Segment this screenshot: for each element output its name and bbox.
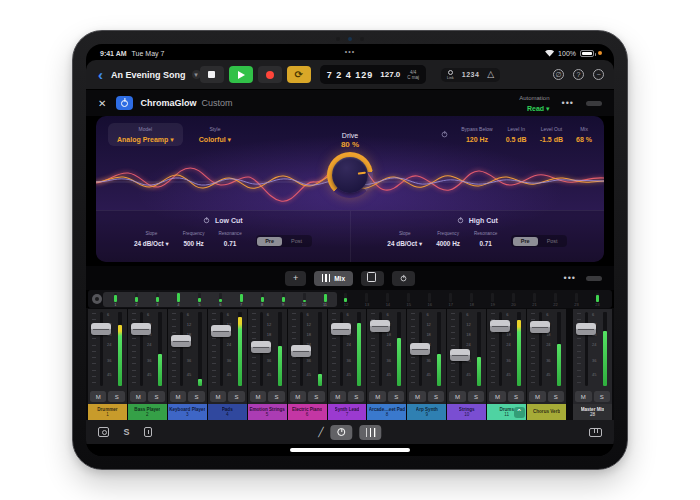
bypass-power-icon[interactable] [442,132,448,138]
help-circle-icon[interactable]: ? [573,69,584,80]
browser-icon[interactable] [98,427,109,437]
fader-handle[interactable] [331,323,351,335]
solo-button[interactable]: S [428,391,444,402]
fader-handle[interactable] [251,341,271,353]
mute-button[interactable]: M [575,391,591,402]
mute-button[interactable]: M [130,391,146,402]
fader-handle[interactable] [91,323,111,335]
overview-track-7[interactable]: 7 [231,293,252,308]
overview-track-1[interactable]: 1 [105,293,126,308]
overview-track-15[interactable]: 15 [398,293,419,308]
metronome-icon[interactable]: △ [487,70,494,79]
overview-track-12[interactable]: 12 [335,293,356,308]
high-cut-post-button[interactable]: Post [539,237,566,246]
mix-view-button[interactable]: Mix [314,271,353,286]
solo-button[interactable]: S [188,391,204,402]
solo-button[interactable]: S [228,391,244,402]
mute-button[interactable]: M [330,391,346,402]
track-name-bar[interactable]: Chorus Verb [527,404,566,420]
overview-track-8[interactable]: 8 [252,293,273,308]
solo-button[interactable]: S [548,391,564,402]
track-name-bar[interactable]: Drums 11 ⌃ [487,404,526,420]
mute-button[interactable]: M [250,391,266,402]
high-cut-resonance[interactable]: Resonance0.71 [474,230,497,247]
overview-track-9[interactable]: 9 [273,293,294,308]
overview-track-4[interactable]: 4 [168,293,189,308]
cycle-button[interactable]: ⟳ [287,66,311,83]
overview-track-5[interactable]: 5 [189,293,210,308]
track-name-bar[interactable]: Synth Lead 7 [328,404,367,420]
solo-button[interactable]: S [594,391,610,402]
low-cut-frequency[interactable]: Frequency500 Hz [183,230,205,247]
count-in-button[interactable]: 1234 [462,71,480,78]
level-out-control[interactable]: Level Out -1.5 dB [540,125,563,144]
overview-track-21[interactable]: 21 [524,293,545,308]
mixer-power-button[interactable] [392,271,415,286]
overview-track-2[interactable]: 2 [126,293,147,308]
solo-button[interactable]: S [388,391,404,402]
fader-handle[interactable] [410,343,430,355]
copy-button[interactable] [361,271,384,286]
mixer-more-button[interactable]: ••• [564,273,576,283]
plugin-power-button[interactable] [116,96,133,110]
mute-button[interactable]: M [449,391,465,402]
high-cut-power-icon[interactable] [458,218,463,223]
low-cut-slope[interactable]: Slope24 dB/Oct ▾ [134,230,169,247]
overview-track-20[interactable]: 20 [503,293,524,308]
track-name-bar[interactable]: Emotion Strings 5 [248,404,287,420]
overview-track-3[interactable]: 3 [147,293,168,308]
back-button[interactable]: ‹ [96,68,105,82]
solo-button[interactable]: S [268,391,284,402]
fader-handle[interactable] [530,321,550,333]
mute-button[interactable]: M [529,391,545,402]
mute-button[interactable]: M [409,391,425,402]
fader-handle[interactable] [291,345,311,357]
track-name-bar[interactable]: Drummer 1 [88,404,127,420]
overview-track-17[interactable]: 17 [440,293,461,308]
fader-handle[interactable] [211,325,231,337]
multitask-dots[interactable]: ••• [345,48,355,55]
automation-control[interactable]: Automation Read ▾ [519,95,549,112]
mute-button[interactable]: M [290,391,306,402]
solo-button[interactable]: S [308,391,324,402]
mix-control[interactable]: Mix 68 % [576,125,592,144]
low-cut-resonance[interactable]: Resonance0.71 [218,230,241,247]
fader-handle[interactable] [490,320,510,332]
drive-knob[interactable] [327,152,373,198]
bypass-below-control[interactable]: Bypass Below 120 Hz [461,125,492,144]
low-cut-pre-button[interactable]: Pre [257,237,282,246]
disclosure-chevron-icon[interactable]: ⌃ [514,407,525,418]
home-indicator[interactable] [290,448,410,452]
high-cut-frequency[interactable]: Frequency4000 Hz [436,230,460,247]
overview-track-10[interactable]: 10 [294,293,315,308]
overview-filter-icon[interactable] [92,294,102,304]
track-name-bar[interactable]: Keyboard Player 3 [168,404,207,420]
solo-button[interactable]: S [348,391,364,402]
mixer-view-button[interactable] [360,425,382,440]
high-cut-slope[interactable]: Slope24 dB/Oct ▾ [387,230,422,247]
plugins-cable-icon[interactable]: S [121,427,132,437]
controls-view-button[interactable] [331,425,353,440]
solo-button[interactable]: S [468,391,484,402]
low-cut-power-icon[interactable] [204,218,209,223]
lcd-display[interactable]: 7 2 4 129 127.0 4/4 C maj [320,65,426,84]
fader-handle[interactable] [131,323,151,335]
song-title-chevron-icon[interactable]: ▾ [192,70,201,79]
overview-track-6[interactable]: 6 [210,293,231,308]
solo-button[interactable]: S [508,391,524,402]
solo-button[interactable]: S [148,391,164,402]
overview-track-18[interactable]: 18 [461,293,482,308]
track-name-bar[interactable]: Electric Piano 6 [288,404,327,420]
channel-strip-icon[interactable] [144,427,152,437]
mute-button[interactable]: M [170,391,186,402]
track-name-bar[interactable]: Bass Player 2 [128,404,167,420]
more-options-button[interactable]: ••• [562,98,574,108]
slash-circle-icon[interactable]: ∅ [553,69,564,80]
record-button[interactable] [258,66,282,83]
fader-handle[interactable] [576,323,596,335]
level-in-control[interactable]: Level In 0.5 dB [506,125,527,144]
keyboard-icon[interactable] [589,428,602,437]
overview-track-24[interactable]: 24 [587,293,608,308]
stop-button[interactable] [200,66,224,83]
close-plugin-button[interactable]: ✕ [98,98,106,109]
